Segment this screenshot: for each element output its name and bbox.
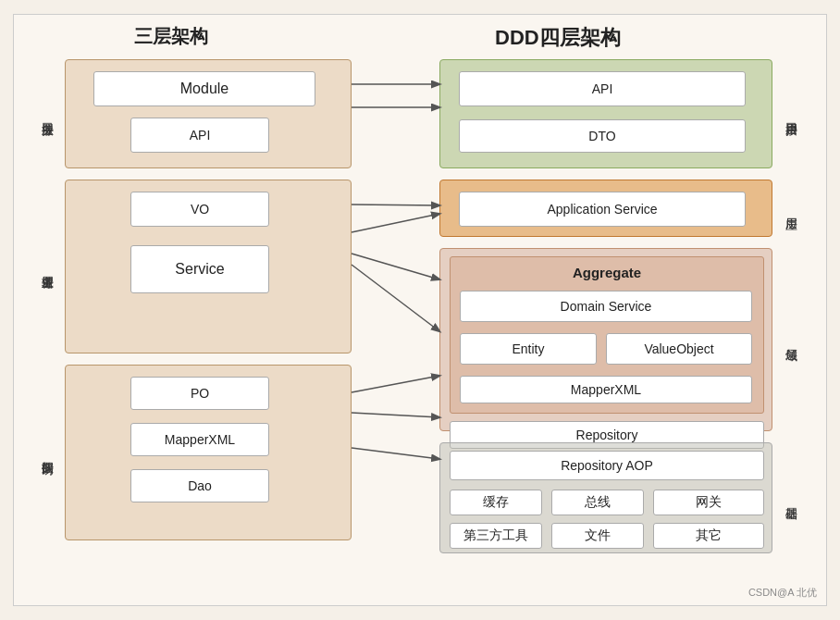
- title-left: 三层架构: [134, 24, 208, 49]
- title-right: DDD四层架构: [495, 24, 621, 52]
- left-zone-2: VO Service: [65, 180, 352, 353]
- po-box: PO: [130, 377, 269, 410]
- right-zone-2: Application Service: [439, 180, 772, 237]
- right-zone-4: Repository AOP 缓存 总线 网关 第三方工具 文件 其它: [439, 442, 772, 553]
- diagram-container: 三层架构 DDD四层架构 Module API 业务接口层 VO Service…: [13, 14, 827, 606]
- aggregate-title: Aggregate: [573, 265, 641, 280]
- left-zone-1: Module API: [65, 59, 352, 168]
- api-left-box: API: [130, 118, 269, 153]
- vo-box: VO: [130, 192, 269, 227]
- right-layer-label-3: 领域层: [778, 248, 804, 431]
- api-box: API: [459, 71, 746, 106]
- right-layer-label-4: 基础层: [778, 442, 804, 553]
- watermark: CSDN@A 北优: [748, 586, 817, 600]
- application-service-box: Application Service: [459, 192, 746, 227]
- value-object-box: ValueObject: [606, 333, 752, 365]
- file-box: 文件: [551, 523, 644, 549]
- layer-label-1: 业务接口层: [34, 59, 60, 168]
- svg-line-7: [352, 413, 439, 417]
- right-zone-3: Aggregate Domain Service Entity ValueObj…: [439, 248, 772, 431]
- layer-label-2: 业务逻辑层: [34, 180, 60, 353]
- bus-box: 总线: [551, 490, 644, 515]
- domain-service-box: Domain Service: [460, 291, 752, 322]
- svg-line-8: [352, 448, 439, 459]
- layer-label-3: 数据访问层: [34, 365, 60, 540]
- svg-line-5: [352, 265, 439, 331]
- repository-aop-box: Repository AOP: [450, 451, 764, 480]
- mapper-xml-box: MapperXML: [460, 376, 752, 403]
- dto-box: DTO: [459, 119, 746, 153]
- entity-box: Entity: [460, 333, 597, 365]
- right-layer-label-1: 用户接口层: [778, 59, 804, 168]
- left-zone-3: PO MapperXML Dao: [65, 365, 352, 540]
- svg-line-4: [352, 254, 439, 279]
- mapper-xml-left-box: MapperXML: [130, 423, 269, 456]
- right-zone-1: API DTO: [439, 59, 772, 168]
- dao-box: Dao: [130, 469, 269, 502]
- service-box: Service: [130, 245, 269, 293]
- svg-line-2: [352, 205, 439, 205]
- module-box: Module: [93, 71, 315, 106]
- cache-box: 缓存: [450, 490, 542, 515]
- other-box: 其它: [653, 523, 764, 549]
- svg-line-3: [352, 214, 439, 232]
- right-layer-label-2: 应用层: [778, 180, 804, 237]
- third-party-box: 第三方工具: [450, 523, 542, 549]
- gateway-box: 网关: [653, 490, 764, 515]
- svg-line-6: [352, 376, 439, 392]
